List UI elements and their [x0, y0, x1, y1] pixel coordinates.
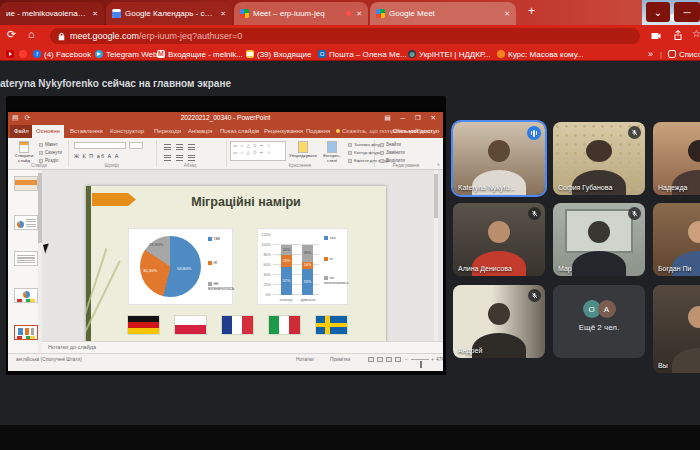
layout-button[interactable]: Макет: [39, 142, 58, 147]
bookmark-star-icon[interactable]: ☆: [692, 28, 700, 39]
ppt-tab-file[interactable]: Файл: [10, 125, 33, 138]
tab-google-meet[interactable]: Google Meet ✕: [370, 2, 516, 25]
replace-button[interactable]: Замінити: [380, 150, 405, 155]
bookmark-course[interactable]: Курс: Масова кому...: [497, 47, 584, 61]
tab-calendar[interactable]: Google Календарь - суббота, 12 ✕: [106, 2, 232, 25]
participant-tile-andrey[interactable]: Андрей: [453, 285, 545, 358]
find-button[interactable]: Знайти: [380, 142, 401, 147]
language-status[interactable]: англійська (Сполучені Штати): [16, 357, 82, 362]
tab-meet-active[interactable]: Meet – erp-iuum-jeq ✕: [234, 2, 368, 25]
ppt-tab-review[interactable]: Рецензування: [264, 125, 303, 138]
participant-tile-bogdan[interactable]: Богдан Пи: [653, 203, 700, 276]
bookmark-label: (39) Входящие: [257, 50, 311, 59]
quick-styles-button[interactable]: Експрес-стилі: [319, 141, 345, 163]
slide-scrollbar[interactable]: [434, 170, 438, 353]
slide-thumbnail-5-selected[interactable]: [14, 325, 38, 340]
font-name-select[interactable]: [74, 142, 126, 149]
align-center-icon[interactable]: [176, 155, 183, 161]
collapse-ribbon-icon[interactable]: ˄: [437, 162, 440, 168]
slide-thumbnail-1[interactable]: [14, 176, 38, 191]
ppt-tab-transitions[interactable]: Переходи: [154, 125, 181, 138]
close-icon[interactable]: ✕: [220, 10, 226, 18]
bookmark-youtube[interactable]: [6, 47, 17, 61]
participant-tile-alina[interactable]: Алина Денисова: [453, 203, 545, 276]
zoom-slider[interactable]: [411, 359, 429, 360]
shape-outline-button[interactable]: Контур фігури: [348, 150, 381, 155]
more-participants-tile[interactable]: O A Ещё 2 чел.: [553, 285, 645, 358]
bookmark-facebook[interactable]: f (4) Facebook: [33, 47, 91, 61]
reset-button[interactable]: Скинути: [39, 150, 62, 155]
align-left-icon[interactable]: [164, 155, 171, 161]
ppt-tab-view[interactable]: Подання: [306, 125, 330, 138]
ppt-tab-insert[interactable]: Вставлення: [70, 125, 103, 138]
slide-thumbnail-3[interactable]: [14, 251, 38, 266]
ppt-tab-animations[interactable]: Анімація: [188, 125, 212, 138]
shapes-gallery[interactable]: ▭ ○ △ ⬦ ⇨ ☆ ▭ ○ △ ⬦ ⇨ ☆: [230, 141, 286, 161]
shape-fill-button[interactable]: Заливка фігури: [348, 142, 384, 147]
slide-thumbnail-2[interactable]: [14, 215, 38, 230]
new-slide-icon: [19, 141, 29, 153]
bullet-list-icon[interactable]: [164, 144, 171, 150]
ppt-window-controls[interactable]: ▤ ─ ❐ ✕: [385, 114, 440, 122]
reading-list-button[interactable]: Список: [668, 47, 700, 61]
share-button[interactable]: Спільний доступ: [393, 125, 439, 138]
close-icon[interactable]: ✕: [92, 10, 98, 18]
bookmarks-overflow-button[interactable]: »: [648, 47, 653, 61]
window-chevron-button[interactable]: ⌄: [646, 2, 670, 22]
sorter-view-icon[interactable]: [377, 357, 383, 362]
notes-pane[interactable]: Нотатки до слайда: [42, 341, 443, 353]
bookmark-gmail[interactable]: M Входящие - melnik...: [157, 47, 243, 61]
new-tab-button[interactable]: +: [524, 4, 539, 19]
reading-view-icon[interactable]: [386, 357, 392, 362]
tab-inbox[interactable]: ие - melnikovaolenaster ✕: [0, 2, 104, 25]
arrange-button[interactable]: Упорядкувати: [289, 141, 317, 159]
slide-thumbnail-panel[interactable]: [8, 170, 42, 353]
close-icon[interactable]: ✕: [356, 10, 362, 18]
bar-segment: 33%: [302, 245, 313, 262]
scrollbar-thumb[interactable]: [38, 173, 42, 243]
numbered-list-icon[interactable]: [176, 144, 183, 150]
bookmark-ukrintei[interactable]: ◍ УкрІНТЕІ | НДДКР...: [408, 47, 490, 61]
share-icon[interactable]: [672, 28, 684, 44]
find-icon: [380, 143, 384, 147]
media-cast-icon[interactable]: [650, 28, 662, 44]
mini-pie: [17, 221, 24, 228]
thumbnail-scrollbar[interactable]: [38, 170, 42, 353]
font-size-select[interactable]: [129, 142, 143, 149]
bar-segment: 14%: [302, 262, 313, 269]
font-style-buttons[interactable]: Ж К П аб А А: [74, 153, 119, 159]
ppt-tab-home[interactable]: Основне: [32, 125, 64, 138]
lightbulb-icon: [336, 129, 340, 133]
ppt-tab-slideshow[interactable]: Показ слайдів: [220, 125, 259, 138]
zoom-level: 47%: [436, 357, 443, 362]
bookmark-mail[interactable]: (39) Входящие: [246, 47, 311, 61]
self-view-tile[interactable]: Вы: [653, 285, 700, 373]
comments-toggle[interactable]: Примітки: [330, 357, 350, 362]
bookmark-red-site[interactable]: [19, 47, 30, 61]
bookmark-outlook[interactable]: O Пошта – Олена Ме...: [318, 47, 407, 61]
indent-icon[interactable]: [188, 144, 195, 150]
y-tick: 100%: [258, 243, 271, 247]
zoom-in-icon[interactable]: +: [431, 357, 434, 362]
bookmark-telegram[interactable]: Telegram Web: [95, 47, 157, 61]
slideshow-view-icon[interactable]: [395, 357, 401, 362]
scrollbar-thumb[interactable]: [434, 174, 438, 218]
reload-icon[interactable]: ⟳: [7, 28, 16, 41]
zoom-slider-thumb[interactable]: [420, 361, 422, 368]
participant-tile-sofia[interactable]: София Губанова: [553, 122, 645, 195]
participant-name: Алина Денисова: [458, 265, 512, 272]
ppt-tab-design[interactable]: Конструктор: [110, 125, 144, 138]
notes-toggle[interactable]: Нотатки: [296, 357, 314, 362]
align-right-icon[interactable]: [188, 155, 195, 161]
new-slide-button[interactable]: Створити слайд: [12, 141, 36, 163]
participant-tile-kateryna[interactable]: Kateryna Nykyfo...: [453, 122, 545, 195]
zoom-out-icon[interactable]: −: [405, 357, 408, 362]
slide-thumbnail-4[interactable]: [14, 288, 38, 303]
close-icon[interactable]: ✕: [504, 10, 510, 18]
address-bar[interactable]: meet.google.com/erp-iuum-jeq?authuser=0: [50, 28, 640, 44]
home-icon[interactable]: ⌂: [28, 28, 35, 40]
normal-view-icon[interactable]: [368, 357, 374, 362]
window-minimize-button[interactable]: ─: [674, 2, 700, 22]
participant-tile-maria[interactable]: Марія Гурська: [553, 203, 645, 276]
participant-tile-nadezhda[interactable]: Надежда: [653, 122, 700, 195]
